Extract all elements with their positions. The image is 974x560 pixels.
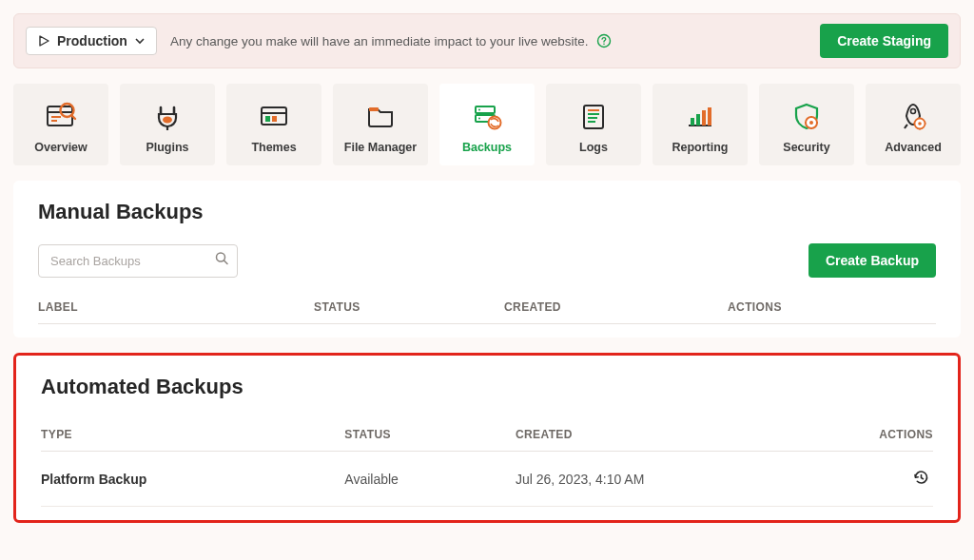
tab-backups[interactable]: Backups [439, 84, 535, 165]
col-actions: ACTIONS [728, 300, 785, 314]
restore-button[interactable] [908, 465, 933, 492]
tab-label: Security [783, 141, 829, 154]
svg-point-8 [163, 117, 172, 124]
tab-reporting[interactable]: Reporting [653, 84, 748, 165]
help-icon[interactable] [596, 33, 612, 48]
tab-label: File Manager [344, 141, 417, 154]
svg-point-1 [603, 44, 605, 46]
tab-file-manager[interactable]: File Manager [333, 84, 428, 165]
tab-logs[interactable]: Logs [546, 84, 641, 165]
svg-rect-12 [265, 116, 270, 122]
col-actions: ACTIONS [838, 428, 933, 441]
themes-icon [257, 101, 291, 131]
svg-rect-26 [691, 118, 694, 126]
col-status: STATUS [344, 428, 516, 441]
svg-point-17 [478, 109, 480, 111]
search-wrap [38, 244, 238, 278]
history-icon [912, 474, 929, 489]
section-tabs: Overview Plugins Themes File Manager Bac… [13, 84, 961, 165]
manual-backups-title: Manual Backups [38, 200, 936, 224]
overview-icon [44, 101, 78, 131]
tab-themes[interactable]: Themes [226, 84, 321, 165]
svg-rect-29 [708, 107, 711, 126]
tab-advanced[interactable]: Advanced [866, 84, 961, 165]
environment-selector[interactable]: Production [26, 27, 157, 55]
tab-overview[interactable]: Overview [13, 84, 108, 165]
manual-backups-toolbar: Create Backup [38, 243, 936, 278]
security-icon [789, 101, 824, 131]
tab-plugins[interactable]: Plugins [120, 84, 215, 165]
tab-label: Advanced [885, 141, 942, 154]
col-created: CREATED [504, 300, 728, 314]
table-row: Platform Backup Available Jul 26, 2023, … [41, 452, 933, 507]
cell-actions [838, 465, 933, 492]
table-header-row: LABEL STATUS CREATED ACTIONS [38, 291, 936, 324]
automated-backups-table: TYPE STATUS CREATED ACTIONS Platform Bac… [41, 418, 933, 507]
play-icon [38, 35, 49, 47]
tab-label: Reporting [672, 141, 728, 154]
col-label: LABEL [38, 300, 314, 314]
advanced-icon [896, 101, 930, 131]
svg-rect-28 [702, 110, 706, 126]
cell-type: Platform Backup [41, 472, 344, 487]
svg-point-32 [911, 109, 916, 114]
reporting-icon [683, 101, 717, 131]
chevron-down-icon [135, 36, 145, 46]
automated-backups-panel: Automated Backups TYPE STATUS CREATED AC… [13, 353, 961, 523]
svg-point-18 [478, 118, 480, 120]
col-status: STATUS [314, 300, 504, 314]
svg-point-31 [809, 121, 813, 125]
plugins-icon [150, 101, 185, 131]
tab-security[interactable]: Security [759, 84, 854, 165]
search-icon [215, 252, 229, 270]
svg-point-34 [918, 122, 922, 126]
tab-label: Overview [34, 141, 88, 154]
tab-label: Plugins [146, 141, 188, 154]
svg-line-36 [224, 261, 228, 264]
col-created: CREATED [516, 428, 838, 441]
cell-created: Jul 26, 2023, 4:10 AM [516, 472, 838, 487]
backups-icon [470, 101, 504, 131]
create-backup-button[interactable]: Create Backup [808, 243, 936, 278]
manual-backups-panel: Manual Backups Create Backup LABEL STATU… [13, 181, 961, 338]
cell-status: Available [344, 472, 516, 487]
tab-label: Themes [251, 141, 296, 154]
folder-icon [363, 101, 398, 131]
svg-rect-14 [369, 107, 379, 111]
tab-label: Backups [462, 141, 512, 154]
table-header-row: TYPE STATUS CREATED ACTIONS [41, 418, 933, 452]
notice-text: Any change you make will have an immedia… [170, 34, 589, 48]
automated-backups-title: Automated Backups [41, 375, 933, 399]
logs-icon [576, 101, 611, 131]
svg-rect-27 [696, 114, 700, 126]
environment-notice-bar: Production Any change you make will have… [13, 13, 961, 68]
search-input[interactable] [38, 244, 238, 278]
tab-label: Logs [579, 141, 608, 154]
environment-label: Production [57, 33, 127, 48]
create-staging-button[interactable]: Create Staging [820, 24, 948, 58]
manual-backups-table: LABEL STATUS CREATED ACTIONS [38, 291, 936, 324]
svg-rect-13 [272, 116, 277, 122]
col-type: TYPE [41, 428, 344, 441]
